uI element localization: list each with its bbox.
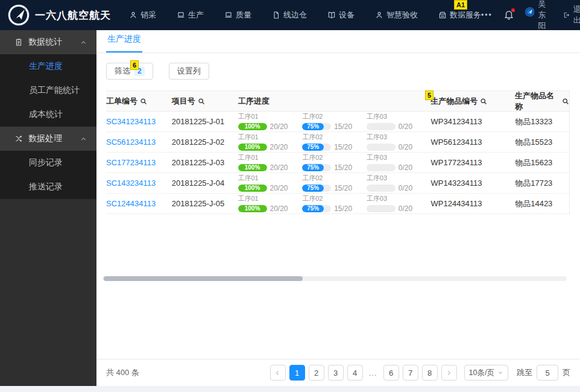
- progress-count: 20/20: [270, 143, 288, 151]
- page-size-select[interactable]: 10条/页: [464, 365, 508, 381]
- process-line: 75%15/20: [302, 163, 367, 172]
- jump-page-input[interactable]: [537, 365, 558, 381]
- process-line: 0/20: [367, 184, 431, 192]
- process-progress-cell: 工序01100%20/20工序0275%15/20工序030/20: [238, 112, 431, 131]
- nav-item-6[interactable]: 智慧验收: [375, 10, 418, 21]
- nav-item-5[interactable]: 设备: [327, 10, 355, 21]
- process-group: 工序01100%20/20: [238, 112, 303, 131]
- process-progress-cell: 工序01100%20/20工序0275%15/20工序030/20: [238, 174, 431, 192]
- horizontal-scrollbar[interactable]: [102, 276, 567, 281]
- item-name-cell: 物品15623: [515, 157, 569, 168]
- nav-item-3[interactable]: 质量: [224, 10, 251, 21]
- process-label: 工序03: [367, 153, 431, 162]
- tab-production-progress[interactable]: 生产进度: [106, 34, 142, 52]
- work-order-link[interactable]: SC143234113: [106, 179, 156, 188]
- scrollbar-thumb[interactable]: [104, 276, 303, 281]
- process-progress-cell: 工序01100%20/20工序0275%15/20工序030/20: [238, 194, 431, 213]
- more-menu-icon[interactable]: •••: [481, 11, 493, 19]
- sidebar-item-推送记录[interactable]: 推送记录: [0, 175, 96, 199]
- progress-bar: 100%: [238, 144, 267, 151]
- process-group: 工序030/20: [367, 133, 431, 151]
- pager-page-8[interactable]: 8: [422, 365, 438, 381]
- user-menu[interactable]: 吴东阳: [525, 0, 552, 31]
- work-order-link[interactable]: SC341234113: [106, 117, 156, 126]
- work-order-link[interactable]: SC561234113: [106, 138, 156, 147]
- column-settings-button[interactable]: 设置列: [169, 63, 209, 80]
- building-icon: [438, 11, 447, 19]
- progress-fill: 75%: [302, 205, 324, 212]
- search-icon[interactable]: [140, 98, 147, 105]
- sidebar-item-同步记录[interactable]: 同步记录: [0, 151, 96, 175]
- progress-count: 15/20: [334, 143, 352, 151]
- project-cell: 20181225-J-02: [172, 138, 238, 147]
- sidebar-item-生产进度[interactable]: 生产进度: [0, 54, 96, 78]
- nav-item-4[interactable]: 线边仓: [272, 10, 307, 21]
- nav-item-label: 智慧验收: [386, 10, 418, 21]
- nav-item-1[interactable]: 销采: [129, 10, 156, 21]
- progress-count: 0/20: [399, 204, 412, 213]
- logout-button[interactable]: 退出: [563, 4, 580, 26]
- sidebar-group-2[interactable]: 数据处理: [0, 127, 96, 151]
- laptop-icon: [224, 11, 233, 19]
- table-zone: 工单编号项目号工序进度生产物品编号生产物品名称 SC34123411320181…: [96, 90, 580, 214]
- pager-page-3[interactable]: 3: [328, 365, 344, 381]
- table-header-row: 工单编号项目号工序进度生产物品编号生产物品名称: [106, 90, 569, 112]
- work-order-link[interactable]: SC124434113: [106, 199, 156, 208]
- pager-page-7[interactable]: 7: [403, 365, 418, 381]
- progress-bar: 75%: [302, 144, 331, 151]
- pager-prev-button[interactable]: [270, 365, 286, 381]
- progress-bar: 100%: [238, 164, 267, 171]
- nav-item-7[interactable]: 数据服务: [438, 10, 481, 21]
- pager-page-6[interactable]: 6: [383, 365, 399, 381]
- search-icon[interactable]: [198, 98, 205, 105]
- table-row: SC34123411320181225-J-01工序01100%20/20工序0…: [106, 112, 569, 132]
- search-icon[interactable]: [562, 98, 569, 105]
- progress-count: 0/20: [399, 163, 412, 172]
- sidebar-item-label: 同步记录: [29, 157, 63, 168]
- sidebar-item-成本统计[interactable]: 成本统计: [0, 103, 96, 127]
- process-label: 工序03: [367, 133, 431, 142]
- item-number-cell: WP341234113: [431, 117, 515, 126]
- nav-item-label: 质量: [236, 10, 251, 21]
- item-number-cell: WP177234113: [431, 158, 515, 167]
- work-order-cell: SC177234113: [106, 158, 172, 167]
- page-size-value: 10条/页: [469, 368, 494, 378]
- nav-item-label: 生产: [188, 10, 204, 21]
- progress-count: 20/20: [270, 184, 288, 192]
- progress-fill: 75%: [302, 185, 324, 192]
- progress-fill: 100%: [238, 123, 267, 130]
- work-order-cell: SC341234113: [106, 117, 172, 126]
- tab-bar: 生产进度: [96, 30, 580, 53]
- sidebar-group-1[interactable]: 数据统计: [0, 30, 96, 54]
- sidebar-group-items: 生产进度员工产能统计成本统计: [0, 54, 96, 127]
- project-cell: 20181225-J-05: [172, 199, 238, 208]
- process-line: 100%20/20: [238, 184, 303, 192]
- search-icon[interactable]: [480, 98, 487, 105]
- column-header-2: 项目号: [172, 96, 238, 107]
- project-cell: 20181225-J-01: [172, 117, 238, 126]
- column-header-4: 生产物品编号: [430, 96, 515, 107]
- avatar: [525, 7, 535, 23]
- pager-page-4[interactable]: 4: [347, 365, 363, 381]
- sidebar-item-员工产能统计[interactable]: 员工产能统计: [0, 78, 96, 103]
- column-header-1: 工单编号: [106, 96, 172, 107]
- process-line: 0/20: [367, 163, 431, 172]
- sidebar-group-items: 同步记录推送记录: [0, 151, 96, 199]
- pager-page-2[interactable]: 2: [309, 365, 324, 381]
- pager-page-1[interactable]: 1: [289, 365, 305, 381]
- item-name-cell: 物品17723: [515, 178, 569, 189]
- progress-bar: 100%: [238, 205, 267, 212]
- process-group: 工序030/20: [367, 112, 431, 131]
- work-order-link[interactable]: SC177234113: [106, 158, 156, 167]
- notification-bell-icon[interactable]: [503, 9, 514, 21]
- column-settings-label: 设置列: [177, 66, 201, 77]
- process-label: 工序03: [367, 194, 431, 203]
- item-name-cell: 物品15523: [515, 137, 569, 148]
- column-header-5: 生产物品名称: [515, 90, 569, 112]
- production-table: 工单编号项目号工序进度生产物品编号生产物品名称 SC34123411320181…: [106, 90, 570, 214]
- filter-button[interactable]: 筛选 2: [106, 63, 153, 80]
- process-line: 75%15/20: [302, 184, 367, 192]
- nav-item-2[interactable]: 生产: [177, 10, 204, 21]
- pager-next-button[interactable]: [441, 365, 457, 381]
- logout-label: 退出: [573, 4, 580, 26]
